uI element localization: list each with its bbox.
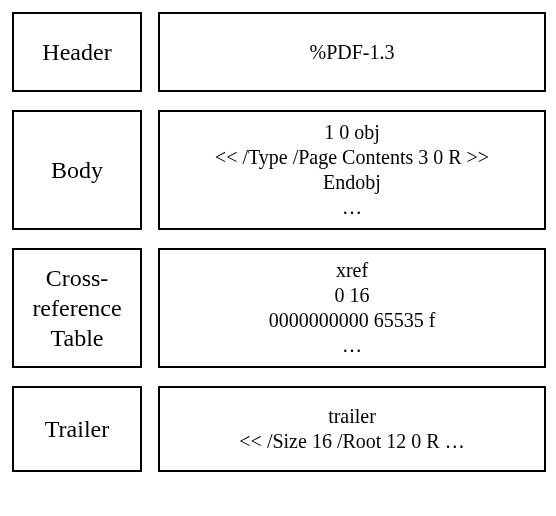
section-label-body: Body (12, 110, 142, 230)
content-line: 1 0 obj (324, 120, 380, 145)
content-line: << /Type /Page Contents 3 0 R >> (215, 145, 489, 170)
section-label-xref: Cross-reference Table (12, 248, 142, 368)
label-text: Trailer (45, 414, 109, 444)
label-text: Header (42, 37, 111, 67)
section-content-body: 1 0 obj << /Type /Page Contents 3 0 R >>… (158, 110, 546, 230)
content-line: trailer (328, 404, 376, 429)
content-line: 0000000000 65535 f (269, 308, 436, 333)
section-label-header: Header (12, 12, 142, 92)
content-line: %PDF-1.3 (309, 40, 394, 65)
label-text: Body (51, 155, 103, 185)
content-line: xref (336, 258, 368, 283)
content-line: … (342, 333, 362, 358)
section-content-xref: xref 0 16 0000000000 65535 f … (158, 248, 546, 368)
section-content-trailer: trailer << /Size 16 /Root 12 0 R … (158, 386, 546, 472)
pdf-structure-diagram: Header %PDF-1.3 Body 1 0 obj << /Type /P… (12, 12, 544, 472)
content-line: Endobj (323, 170, 381, 195)
content-line: << /Size 16 /Root 12 0 R … (239, 429, 464, 454)
section-content-header: %PDF-1.3 (158, 12, 546, 92)
content-line: 0 16 (335, 283, 370, 308)
section-label-trailer: Trailer (12, 386, 142, 472)
label-text: Cross-reference Table (20, 263, 134, 353)
content-line: … (342, 195, 362, 220)
